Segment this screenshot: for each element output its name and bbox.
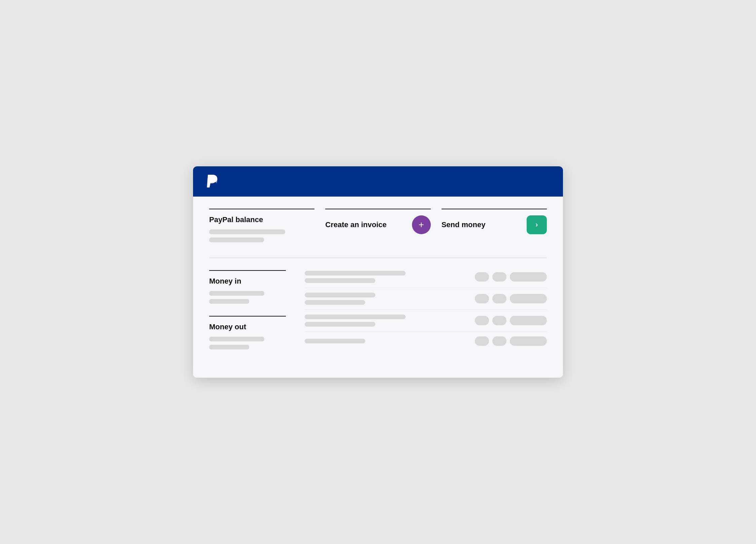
skeleton xyxy=(305,339,365,343)
action-pill xyxy=(510,316,547,325)
money-out-section: Money out xyxy=(209,316,286,349)
panel-with-action: Send money › xyxy=(442,215,547,234)
skeleton xyxy=(209,291,264,296)
action-pill xyxy=(475,294,489,303)
app-window: PayPal balance Create an invoice + Send xyxy=(193,166,563,378)
skeleton xyxy=(209,299,249,304)
action-pill xyxy=(475,336,489,346)
list-row-main xyxy=(305,339,469,343)
header xyxy=(193,166,563,197)
money-out-title: Money out xyxy=(209,323,286,331)
action-pill xyxy=(475,272,489,282)
list-row-main xyxy=(305,315,469,327)
panel-title-invoice: Create an invoice xyxy=(325,220,386,229)
sidebar-divider xyxy=(209,316,286,317)
action-pill xyxy=(510,272,547,282)
list-item xyxy=(305,288,547,310)
list-row-actions xyxy=(475,336,547,346)
list-row-main xyxy=(305,293,469,305)
list-row-actions xyxy=(475,316,547,325)
skeleton xyxy=(209,345,249,349)
panel-title-balance: PayPal balance xyxy=(209,215,314,224)
paypal-logo-icon xyxy=(205,173,219,190)
send-money-panel: Send money › xyxy=(442,209,547,246)
skeleton xyxy=(305,278,375,283)
panel-with-action: Create an invoice + xyxy=(325,215,430,234)
panel-title-send: Send money xyxy=(442,220,486,229)
skeleton xyxy=(209,229,285,234)
send-money-button[interactable]: › xyxy=(527,215,547,234)
panel-divider xyxy=(325,209,430,209)
list-item xyxy=(305,332,547,350)
plus-icon: + xyxy=(418,220,424,229)
panel-divider xyxy=(209,209,314,209)
action-pill xyxy=(510,336,547,346)
money-in-title: Money in xyxy=(209,277,286,286)
right-list xyxy=(297,258,547,362)
panel-divider xyxy=(442,209,547,209)
main-content: PayPal balance Create an invoice + Send xyxy=(193,197,563,378)
list-row-actions xyxy=(475,272,547,282)
action-pill xyxy=(492,294,506,303)
action-pill xyxy=(475,316,489,325)
arrow-right-icon: › xyxy=(535,220,538,229)
paypal-balance-panel: PayPal balance xyxy=(209,209,325,246)
sidebar-divider xyxy=(209,270,286,271)
skeleton xyxy=(305,271,406,276)
action-pill xyxy=(492,336,506,346)
skeleton xyxy=(305,300,365,305)
skeleton xyxy=(305,322,375,327)
action-pill xyxy=(510,294,547,303)
skeleton xyxy=(209,238,264,242)
top-panels: PayPal balance Create an invoice + Send xyxy=(209,209,547,246)
action-pill xyxy=(492,316,506,325)
list-row-actions xyxy=(475,294,547,303)
bottom-section: Money in Money out xyxy=(209,258,547,362)
list-row-main xyxy=(305,271,469,283)
action-pill xyxy=(492,272,506,282)
left-sidebar: Money in Money out xyxy=(209,258,297,362)
create-invoice-panel: Create an invoice + xyxy=(325,209,441,246)
list-item xyxy=(305,310,547,332)
list-item xyxy=(305,266,547,288)
money-in-section: Money in xyxy=(209,270,286,304)
skeleton xyxy=(209,337,264,341)
skeleton xyxy=(305,315,406,319)
skeleton xyxy=(305,293,375,297)
create-invoice-button[interactable]: + xyxy=(412,215,431,234)
